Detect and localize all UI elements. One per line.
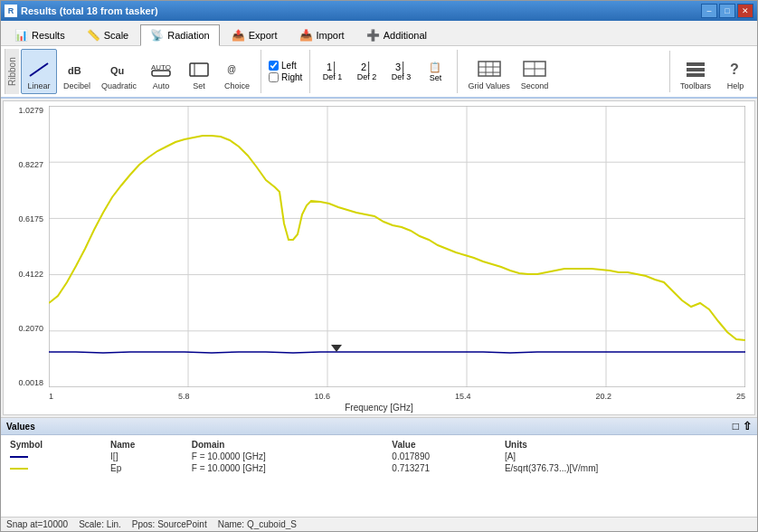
svg-text:@: @ [227,64,236,74]
tab-results[interactable]: 📊 Results [5,24,75,45]
col-symbol: Symbol [8,439,109,451]
values-content: Symbol Name Domain Value Units I[] F = 1… [1,435,757,517]
choice-icon: @ [226,60,248,81]
svg-text:dB: dB [68,65,81,76]
svg-rect-16 [687,68,705,71]
units-cell-0: [A] [503,451,750,462]
y-label-3: 0.4122 [18,270,43,279]
x-label-4: 20.2 [595,392,611,401]
tab-radiation[interactable]: 📡 Radiation [140,24,219,46]
x-axis-title: Frequency [GHz] [345,403,413,413]
yellow-line [49,136,745,341]
window-title: Results (total 18 from tasker) [21,5,158,16]
axis-checkbox-group: Left Right [267,59,304,84]
x-label-3: 15.4 [455,392,471,401]
close-button[interactable]: ✕ [737,4,753,18]
domain-cell-0: F = 10.0000 [GHz] [190,451,391,462]
svg-text:Qu: Qu [110,65,124,76]
right-checkbox-item[interactable]: Right [269,72,302,82]
name-cell-1: Ep [109,462,190,474]
value-cell-0: 0.017890 [390,451,503,462]
def2-button[interactable]: 2│ Def 2 [350,61,383,82]
quadratic-button[interactable]: Qu Quadratic [97,49,141,94]
grid-values-label: Grid Values [468,81,509,91]
tab-import[interactable]: 📥 Import [289,24,355,45]
titlebar-controls: – □ ✕ [701,4,753,18]
scale-tab-icon: 📏 [87,29,100,42]
set-scale-button[interactable]: Set [181,49,217,94]
values-panel: Values □ ⇧ Symbol Name Domain Value Unit… [1,417,757,517]
help-button[interactable]: ? Help [717,49,753,94]
tab-additional[interactable]: ➕ Additional [356,24,437,45]
help-icon: ? [725,60,746,81]
titlebar: R Results (total 18 from tasker) – □ ✕ [1,1,757,21]
statusbar: Snap at=10000 Scale: Lin. Ppos: SourcePo… [1,517,757,531]
import-tab-icon: 📥 [299,29,313,42]
grid-values-icon [477,60,502,81]
tab-scale[interactable]: 📏 Scale [77,24,139,45]
ppos-status: Ppos: SourcePoint [132,519,207,529]
toolbars-button[interactable]: Toolbars [676,49,715,94]
def3-icon: 3│ [395,62,407,72]
def2-label: Def 2 [357,72,377,81]
def2-icon: 2│ [361,62,373,72]
values-table: Symbol Name Domain Value Units I[] F = 1… [8,439,750,474]
svg-rect-7 [478,62,500,76]
results-tab-icon: 📊 [14,29,28,42]
values-restore-icon[interactable]: □ [733,420,739,432]
separator-2 [309,50,310,93]
y-label-0: 1.0279 [18,106,43,115]
additional-tab-label: Additional [384,30,427,41]
def3-button[interactable]: 3│ Def 3 [384,61,417,82]
maximize-button[interactable]: □ [719,4,735,18]
svg-rect-32 [49,106,745,387]
svg-rect-15 [687,62,705,66]
values-title: Values [6,422,35,432]
choice-label: Choice [224,81,250,91]
main-window: R Results (total 18 from tasker) – □ ✕ 📊… [0,0,758,532]
col-value: Value [390,439,503,451]
def-set-button[interactable]: 📋 Set [419,61,451,82]
def-top-row: 1│ Def 1 2│ Def 2 3│ Def 3 📋 Set [316,61,451,82]
left-checkbox[interactable] [269,61,279,71]
x-label-2: 10.6 [314,392,330,401]
quadratic-label: Quadratic [101,81,137,91]
linear-button[interactable]: Linear [21,49,57,94]
col-domain: Domain [190,439,391,451]
decibel-button[interactable]: dB Decibel [59,49,95,94]
snap-status: Snap at=10000 [6,519,68,529]
second-icon [522,60,547,81]
second-button[interactable]: Second [516,49,554,94]
units-cell-1: E/sqrt(376.73...)[V/mm] [503,462,750,474]
toolbars-label: Toolbars [680,81,711,91]
y-axis-labels: 1.0279 0.8227 0.6175 0.4122 0.2070 0.001… [5,106,46,387]
y-label-5: 0.0018 [18,378,43,387]
def1-button[interactable]: 1│ Def 1 [316,61,348,82]
titlebar-left: R Results (total 18 from tasker) [5,5,158,17]
def1-label: Def 1 [323,72,343,81]
tab-export[interactable]: 📤 Export [222,24,288,45]
choice-button[interactable]: @ Choice [219,49,255,94]
separator-3 [457,50,458,93]
auto-button[interactable]: AUTO Auto [143,49,179,94]
quadratic-icon: Qu [109,60,130,81]
set-scale-icon [188,60,210,81]
grid-group: Grid Values Second [463,49,553,94]
set-scale-label: Set [193,81,205,91]
second-label: Second [521,81,549,91]
def-group: 1│ Def 1 2│ Def 2 3│ Def 3 📋 Set [316,61,451,82]
y-label-4: 0.2070 [18,324,43,333]
minimize-button[interactable]: – [701,4,717,18]
linear-label: Linear [27,81,50,91]
name-status: Name: Q_cuboid_S [218,519,297,529]
grid-values-button[interactable]: Grid Values [463,49,514,94]
radiation-tab-label: Radiation [167,30,209,41]
def3-label: Def 3 [392,72,412,81]
blue-line-preview [10,456,28,458]
left-checkbox-item[interactable]: Left [269,61,302,71]
values-maximize-icon[interactable]: ⇧ [743,420,752,432]
import-tab-label: Import [317,30,345,41]
value-cell-1: 0.713271 [390,462,503,474]
col-units: Units [503,439,750,451]
right-checkbox[interactable] [269,72,279,82]
